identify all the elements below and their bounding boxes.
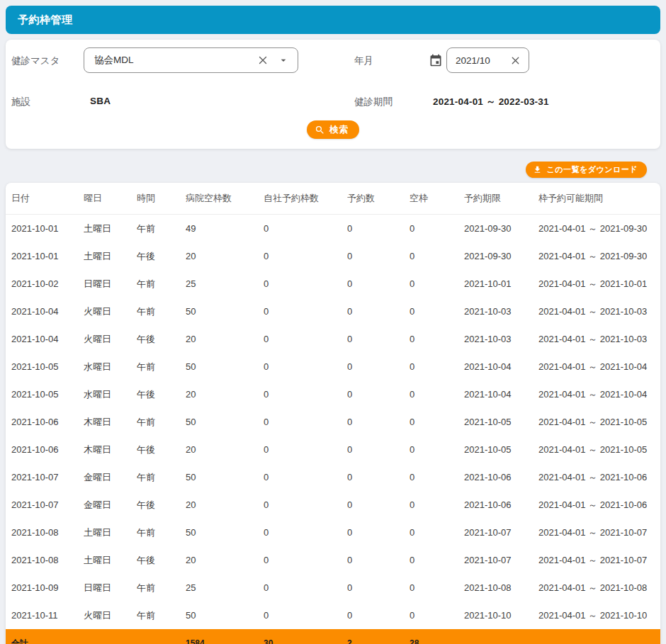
- table-cell: 20: [186, 242, 264, 270]
- table-row: 2021-10-07金曜日午前500002021-10-062021-04-01…: [6, 463, 660, 491]
- column-header: 空枠: [410, 183, 464, 215]
- table-cell: 午後: [137, 436, 186, 463]
- table-cell: 火曜日: [84, 601, 137, 629]
- table-cell: 0: [347, 436, 410, 463]
- table-cell: 2021-04-01 ～ 2021-10-07: [538, 546, 660, 574]
- table-footer-row: 合計158430228: [6, 629, 660, 644]
- table-cell: 50: [186, 601, 264, 629]
- table-cell: 0: [410, 270, 464, 298]
- column-header: 枠予約可能期間: [538, 183, 660, 215]
- facility-value: SBA: [90, 96, 111, 106]
- table-cell: 0: [347, 546, 410, 574]
- footer-total-cell: [137, 629, 186, 644]
- table-cell: 2021-10-08: [6, 519, 84, 546]
- table-cell: 2021-04-01 ～ 2021-10-05: [538, 408, 660, 436]
- yearmonth-value: 2021/10: [456, 55, 490, 66]
- table-row: 2021-10-08土曜日午前500002021-10-072021-04-01…: [6, 519, 660, 546]
- table-cell: 50: [186, 408, 264, 436]
- table-cell: 2021-10-09: [6, 574, 84, 601]
- table-cell: 2021-10-04: [464, 353, 538, 380]
- filter-panel: 健診マスタ 協会MDL 年月 2021/10 施設 SBA 健診期間 2021-…: [6, 40, 660, 149]
- facility-label: 施設: [11, 96, 30, 108]
- clear-icon[interactable]: [256, 54, 269, 67]
- table-cell: 20: [186, 325, 264, 353]
- table-cell: 2021-09-30: [464, 215, 538, 243]
- table-row: 2021-10-04火曜日午前500002021-10-032021-04-01…: [6, 298, 660, 325]
- table-cell: 2021-10-06: [464, 491, 538, 519]
- chevron-down-icon[interactable]: [278, 55, 289, 66]
- table-cell: 2021-10-01: [6, 242, 84, 270]
- table-cell: 20: [186, 491, 264, 519]
- table-cell: 2021-10-01: [464, 270, 538, 298]
- table-cell: 2021-10-04: [6, 325, 84, 353]
- table-cell: 午前: [137, 601, 186, 629]
- table-cell: 50: [186, 298, 264, 325]
- table-cell: 水曜日: [84, 380, 137, 408]
- table-header: 日付曜日時間病院空枠数自社予約枠数予約数空枠予約期限枠予約可能期間: [6, 183, 660, 215]
- table-row: 2021-10-06木曜日午前500002021-10-052021-04-01…: [6, 408, 660, 436]
- table-cell: 2021-10-06: [6, 436, 84, 463]
- table-cell: 火曜日: [84, 325, 137, 353]
- table-cell: 2021-10-05: [6, 353, 84, 380]
- table-cell: 0: [264, 546, 347, 574]
- table-cell: 2021-04-01 ～ 2021-10-04: [538, 380, 660, 408]
- results-table: 日付曜日時間病院空枠数自社予約枠数予約数空枠予約期限枠予約可能期間 2021-1…: [6, 183, 660, 644]
- table-cell: 2021-10-07: [6, 491, 84, 519]
- table-cell: 午後: [137, 242, 186, 270]
- table-cell: 2021-10-05: [6, 380, 84, 408]
- table-cell: 2021-10-05: [464, 408, 538, 436]
- table-cell: 0: [264, 519, 347, 546]
- table-cell: 2021-09-30: [464, 242, 538, 270]
- table-cell: 50: [186, 353, 264, 380]
- table-cell: 20: [186, 380, 264, 408]
- clear-icon[interactable]: [509, 55, 521, 67]
- table-footer: 合計158430228: [6, 629, 660, 644]
- table-cell: 0: [347, 408, 410, 436]
- period-label: 健診期間: [354, 96, 393, 108]
- table-cell: 0: [264, 215, 347, 243]
- footer-total-cell: 1584: [186, 629, 264, 644]
- table-cell: 2021-04-01 ～ 2021-10-03: [538, 298, 660, 325]
- download-icon: [533, 165, 542, 174]
- table-cell: 2021-10-10: [464, 601, 538, 629]
- table-cell: 2021-10-01: [6, 215, 84, 243]
- footer-total-cell: 28: [410, 629, 464, 644]
- table-cell: 2021-04-01 ～ 2021-10-03: [538, 325, 660, 353]
- kenshin-master-select[interactable]: 協会MDL: [84, 47, 298, 73]
- download-button[interactable]: この一覧をダウンロード: [526, 162, 647, 178]
- table-cell: 0: [264, 574, 347, 601]
- table-cell: 0: [347, 519, 410, 546]
- table-cell: 土曜日: [84, 519, 137, 546]
- table-cell: 水曜日: [84, 353, 137, 380]
- footer-total-cell: [84, 629, 137, 644]
- table-cell: 2021-10-06: [6, 408, 84, 436]
- table-cell: 金曜日: [84, 491, 137, 519]
- table-cell: 0: [264, 436, 347, 463]
- table-row: 2021-10-09日曜日午前250002021-10-082021-04-01…: [6, 574, 660, 601]
- table-cell: 2021-10-06: [464, 463, 538, 491]
- table-cell: 20: [186, 436, 264, 463]
- table-row: 2021-10-05水曜日午後200002021-10-042021-04-01…: [6, 380, 660, 408]
- table-cell: 0: [347, 298, 410, 325]
- table-cell: 0: [410, 436, 464, 463]
- table-cell: 2021-10-08: [6, 546, 84, 574]
- table-cell: 49: [186, 215, 264, 243]
- table-cell: 午後: [137, 380, 186, 408]
- table-row: 2021-10-06木曜日午後200002021-10-052021-04-01…: [6, 436, 660, 463]
- table-cell: 2021-10-07: [464, 519, 538, 546]
- table-cell: 20: [186, 546, 264, 574]
- table-row: 2021-10-08土曜日午後200002021-10-072021-04-01…: [6, 546, 660, 574]
- search-icon: [315, 125, 325, 135]
- calendar-icon[interactable]: [429, 53, 443, 67]
- table-cell: 2021-10-03: [464, 298, 538, 325]
- yearmonth-input[interactable]: 2021/10: [446, 47, 529, 73]
- search-button[interactable]: 検索: [307, 120, 359, 139]
- table-cell: 午前: [137, 463, 186, 491]
- table-cell: 午後: [137, 546, 186, 574]
- table-cell: 2021-10-11: [6, 601, 84, 629]
- download-button-label: この一覧をダウンロード: [546, 164, 638, 175]
- table-row: 2021-10-11火曜日午前500002021-10-102021-04-01…: [6, 601, 660, 629]
- column-header: 病院空枠数: [186, 183, 264, 215]
- results-table-card: 日付曜日時間病院空枠数自社予約枠数予約数空枠予約期限枠予約可能期間 2021-1…: [6, 183, 660, 644]
- table-cell: 金曜日: [84, 463, 137, 491]
